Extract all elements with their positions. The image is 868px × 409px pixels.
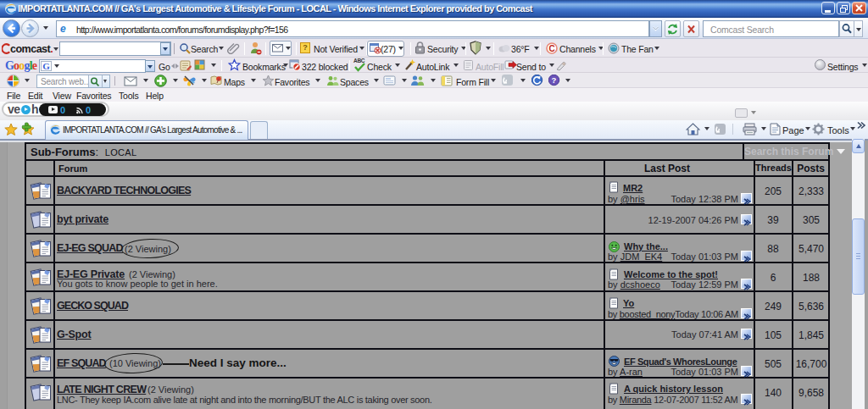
svg-text:?: ? xyxy=(552,75,557,85)
svg-text:C: C xyxy=(548,44,554,53)
